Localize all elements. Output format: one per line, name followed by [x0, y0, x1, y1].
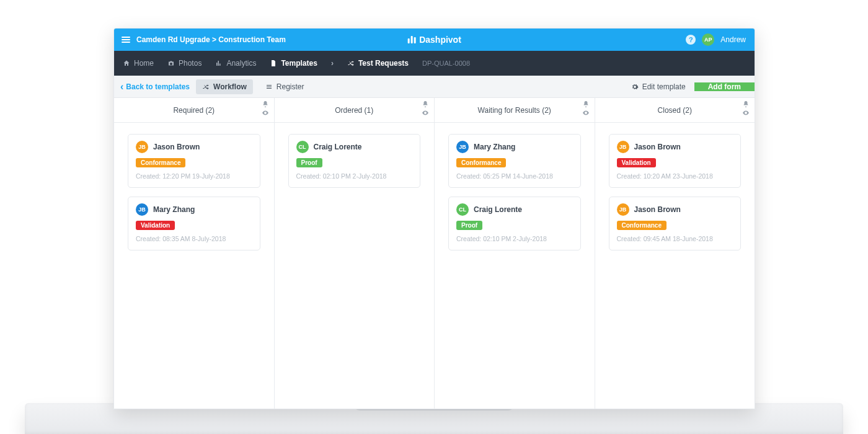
list-icon: [265, 83, 273, 91]
column-header: Ordered (1): [275, 98, 435, 123]
nav-analytics-label: Analytics: [226, 59, 256, 68]
nav-test-requests[interactable]: Test Requests: [347, 59, 409, 68]
chart-icon: [215, 60, 223, 67]
kanban-card[interactable]: JBJason BrownConformanceCreated: 12:20 P…: [128, 134, 260, 188]
toolbar: Back to templates Workflow Register Edit…: [114, 76, 755, 98]
home-icon: [123, 60, 130, 67]
edit-template-label: Edit template: [642, 82, 686, 91]
kanban-card[interactable]: JBMary ZhangValidationCreated: 08:35 AM …: [128, 197, 260, 250]
nav-photos[interactable]: Photos: [167, 59, 202, 68]
eye-icon[interactable]: [742, 109, 750, 117]
kanban-card[interactable]: JBJason BrownConformanceCreated: 09:45 A…: [609, 197, 742, 250]
card-tag: Proof: [296, 158, 322, 167]
file-icon: [270, 60, 277, 67]
card-avatar: JB: [136, 203, 148, 216]
back-to-templates-link[interactable]: Back to templates: [120, 82, 190, 92]
card-created: Created: 12:20 PM 19-July-2018: [136, 172, 252, 180]
kanban-card[interactable]: CLCraig LorenteProofCreated: 02:10 PM 2-…: [288, 134, 421, 188]
tab-workflow-label: Workflow: [213, 82, 247, 91]
nav-home-label: Home: [134, 59, 154, 68]
card-person-name: Craig Lorente: [474, 205, 522, 214]
column-title: Required (2): [173, 106, 215, 115]
card-created: Created: 05:25 PM 14-June-2018: [456, 172, 573, 180]
card-created: Created: 08:35 AM 8-July-2018: [136, 235, 252, 242]
breadcrumb[interactable]: Camden Rd Upgrade > Construction Team: [136, 35, 286, 44]
kanban-board: Required (2)JBJason BrownConformanceCrea…: [114, 98, 755, 409]
column-body: JBMary ZhangConformanceCreated: 05:25 PM…: [435, 123, 595, 262]
brand-bars-icon: [407, 36, 415, 43]
column-body: CLCraig LorenteProofCreated: 02:10 PM 2-…: [275, 123, 435, 199]
shuffle-icon: [347, 60, 355, 67]
card-tag: Conformance: [136, 158, 185, 167]
nav-test-requests-label: Test Requests: [358, 59, 409, 68]
bell-icon[interactable]: [262, 100, 269, 108]
camera-icon: [167, 60, 175, 67]
user-name[interactable]: Andrew: [720, 35, 746, 44]
help-icon[interactable]: ?: [686, 35, 696, 45]
card-person-name: Craig Lorente: [314, 143, 362, 151]
tab-register-label: Register: [277, 82, 304, 91]
card-person-name: Mary Zhang: [474, 143, 515, 151]
doc-code: DP-QUAL-0008: [422, 60, 470, 67]
card-avatar: JB: [456, 141, 469, 153]
nav-home[interactable]: Home: [123, 59, 154, 68]
card-created: Created: 02:10 PM 2-July-2018: [456, 235, 573, 242]
kanban-column: Ordered (1)CLCraig LorenteProofCreated: …: [275, 98, 435, 409]
edit-template-button[interactable]: Edit template: [622, 82, 694, 91]
chevron-right-icon: ›: [331, 59, 334, 68]
bell-icon[interactable]: [582, 100, 590, 108]
card-avatar: CL: [296, 141, 309, 153]
gear-icon: [631, 83, 639, 91]
menu-icon[interactable]: [122, 37, 130, 43]
column-header: Closed (2): [595, 98, 755, 123]
topbar: Camden Rd Upgrade > Construction Team Da…: [114, 29, 755, 51]
nav-templates-label: Templates: [281, 59, 317, 68]
tab-register[interactable]: Register: [259, 79, 311, 94]
card-avatar: JB: [136, 141, 148, 153]
column-title: Waiting for Results (2): [478, 106, 551, 115]
kanban-card[interactable]: JBJason BrownValidationCreated: 10:20 AM…: [609, 134, 742, 188]
navbar: Home Photos Analytics Templates › Test R…: [114, 51, 755, 76]
kanban-column: Required (2)JBJason BrownConformanceCrea…: [114, 98, 275, 409]
eye-icon[interactable]: [422, 109, 429, 117]
column-body: JBJason BrownConformanceCreated: 12:20 P…: [114, 123, 274, 262]
card-tag: Validation: [136, 221, 175, 230]
card-created: Created: 02:10 PM 2-July-2018: [296, 172, 413, 180]
card-avatar: JB: [617, 141, 629, 153]
brand: Dashpivot: [407, 35, 461, 45]
card-person-name: Jason Brown: [634, 205, 681, 214]
card-person-name: Jason Brown: [634, 143, 681, 151]
shuffle-icon: [202, 83, 210, 91]
column-body: JBJason BrownValidationCreated: 10:20 AM…: [595, 123, 755, 262]
kanban-card[interactable]: JBMary ZhangConformanceCreated: 05:25 PM…: [448, 134, 581, 188]
add-form-label: Add form: [708, 82, 741, 91]
app-window: Camden Rd Upgrade > Construction Team Da…: [113, 28, 755, 409]
card-person-name: Mary Zhang: [153, 205, 195, 214]
card-tag: Proof: [456, 221, 482, 230]
card-avatar: CL: [456, 203, 469, 216]
back-label: Back to templates: [126, 82, 190, 91]
column-header: Required (2): [114, 98, 274, 123]
nav-templates[interactable]: Templates: [270, 59, 317, 68]
card-tag: Validation: [617, 158, 656, 167]
card-created: Created: 09:45 AM 18-June-2018: [617, 235, 733, 242]
kanban-column: Closed (2)JBJason BrownValidationCreated…: [595, 98, 755, 409]
card-tag: Conformance: [617, 221, 666, 230]
user-avatar[interactable]: AP: [702, 33, 714, 46]
column-header: Waiting for Results (2): [435, 98, 595, 123]
eye-icon[interactable]: [582, 109, 590, 117]
nav-photos-label: Photos: [179, 59, 202, 68]
add-form-button[interactable]: Add form: [694, 82, 755, 91]
card-person-name: Jason Brown: [153, 143, 200, 151]
bell-icon[interactable]: [422, 100, 429, 108]
kanban-card[interactable]: CLCraig LorenteProofCreated: 02:10 PM 2-…: [448, 197, 581, 250]
tab-workflow[interactable]: Workflow: [196, 79, 253, 94]
column-title: Ordered (1): [335, 106, 373, 115]
brand-name: Dashpivot: [419, 35, 461, 45]
card-tag: Conformance: [456, 158, 506, 167]
eye-icon[interactable]: [262, 109, 269, 117]
nav-analytics[interactable]: Analytics: [215, 59, 256, 68]
kanban-column: Waiting for Results (2)JBMary ZhangConfo…: [435, 98, 595, 409]
bell-icon[interactable]: [742, 100, 750, 108]
card-avatar: JB: [617, 203, 629, 216]
